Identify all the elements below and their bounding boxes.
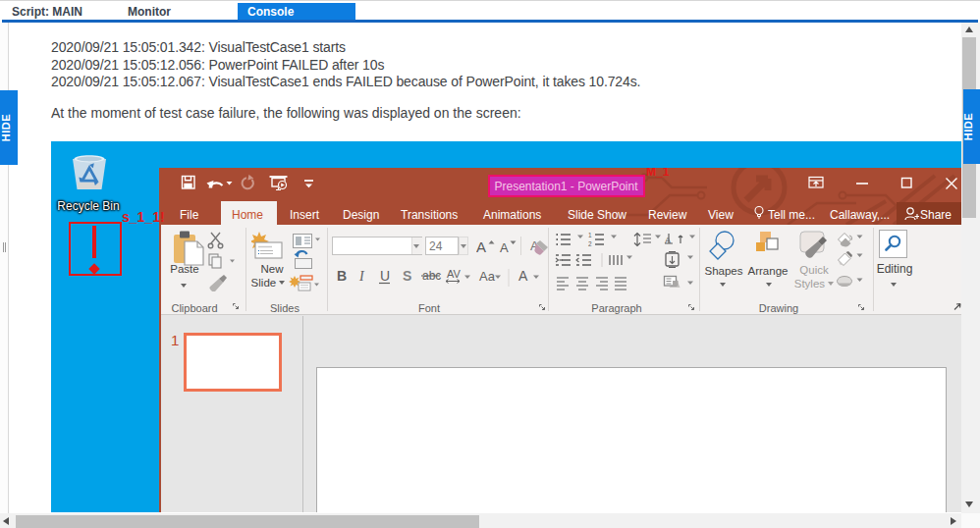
svg-text:A: A xyxy=(476,238,486,255)
svg-text:I: I xyxy=(358,269,365,284)
svg-text:1: 1 xyxy=(588,232,592,238)
svg-text:AV: AV xyxy=(447,268,462,280)
svg-text:B: B xyxy=(337,268,347,284)
svg-text:Aa: Aa xyxy=(479,269,496,284)
svg-text:A: A xyxy=(518,268,528,284)
svg-text:S: S xyxy=(403,268,411,284)
svg-text:U: U xyxy=(380,268,390,284)
svg-text:A: A xyxy=(500,240,509,255)
svg-text:A: A xyxy=(665,236,671,245)
svg-text:2: 2 xyxy=(588,240,592,247)
